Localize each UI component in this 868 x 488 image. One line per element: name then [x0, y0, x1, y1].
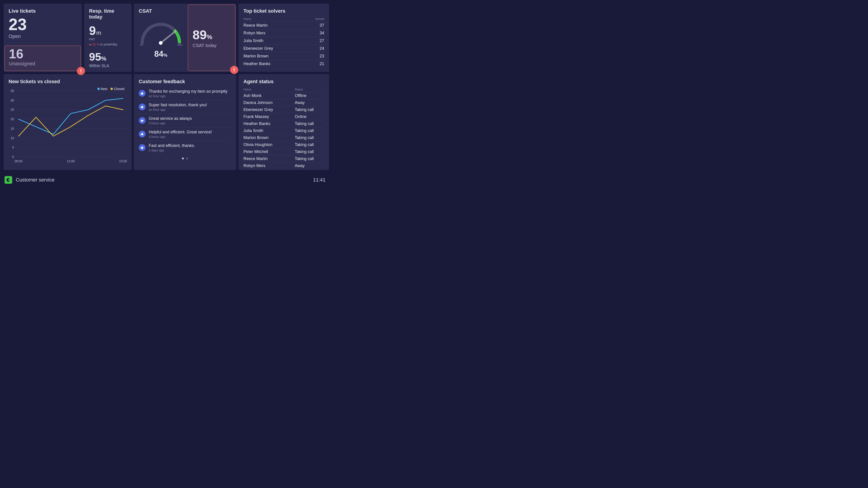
open-tickets-label: Open: [8, 33, 77, 39]
svg-text:12:00: 12:00: [67, 159, 74, 163]
csat-title: CSAT: [139, 8, 183, 14]
svg-line-1: [161, 31, 176, 43]
up-arrow-icon: [89, 43, 91, 45]
gauge-max: 100%: [177, 43, 183, 46]
table-row: Marlon BrownTaking call: [243, 134, 324, 141]
svg-text:25: 25: [10, 108, 14, 112]
frt-value: 9m: [89, 24, 127, 37]
table-row: Olivia HoughtonTaking call: [243, 141, 324, 148]
resp-time-title: Resp. time today: [89, 8, 127, 20]
csat-gauge-value: 84%: [139, 49, 183, 59]
svg-text:0: 0: [12, 155, 14, 159]
live-tickets-title: Live tickets: [8, 8, 77, 14]
table-row: Julia SmithTaking call: [243, 127, 324, 134]
pagination-dots[interactable]: [139, 156, 231, 160]
table-row: Peter MitchellTaking call: [243, 148, 324, 155]
feedback-item: Helpful and efficient. Great service!4 h…: [139, 127, 231, 141]
thumbs-up-icon: [139, 144, 146, 151]
page-dot[interactable]: [186, 157, 188, 159]
feedback-title: Customer feedback: [139, 79, 231, 85]
sla-value: 95%: [89, 51, 127, 63]
csat-gauge: 0% 100%: [139, 20, 183, 48]
alert-icon: !: [77, 67, 85, 75]
feedback-item: Thanks for exchanging my item so promptl…: [139, 87, 231, 100]
frt-label: FRT: [89, 37, 127, 41]
footer-time: 11:41: [313, 177, 326, 183]
table-row: Marlon Brown23: [243, 52, 324, 60]
csat-today-value: 89%: [193, 27, 230, 42]
feedback-item: Great service as always3 hours ago: [139, 114, 231, 127]
svg-text:15: 15: [10, 127, 14, 130]
agent-status-title: Agent status: [243, 79, 324, 85]
csat-card: CSAT 0% 100% 84% 89% CSAT today !: [134, 4, 236, 72]
svg-point-2: [159, 41, 162, 45]
agent-status-card: Agent status Name Status Ash MonkOffline…: [239, 74, 329, 170]
footer-title: Customer service: [16, 177, 55, 183]
svg-text:5: 5: [12, 146, 14, 149]
sla-label: Within SLA: [89, 63, 127, 68]
table-row: Reece MartinTaking call: [243, 155, 324, 162]
unassigned-label: Unassigned: [9, 61, 76, 67]
table-row: Julia Smith27: [243, 37, 324, 44]
table-row: Frank MasseyOnline: [243, 113, 324, 120]
table-row: Heather Banks21: [243, 60, 324, 68]
unassigned-value: 16: [9, 47, 76, 60]
resp-time-card: Resp. time today 9m FRT 11% vs yesterday…: [84, 4, 131, 72]
table-header: Name Status: [243, 87, 324, 92]
svg-text:35: 35: [10, 89, 14, 93]
top-solvers-title: Top ticket solvers: [243, 8, 324, 14]
frt-change: 11% vs yesterday: [89, 42, 127, 46]
table-row: Heather BanksTaking call: [243, 120, 324, 127]
table-row: Robyn MersAway: [243, 162, 324, 169]
footer-bar: Customer service 11:41: [0, 174, 330, 186]
feedback-item: Fast and efficient, thanks.2 days ago: [139, 141, 231, 154]
thumbs-up-icon: [139, 117, 146, 124]
gauge-min: 0%: [140, 43, 143, 46]
thumbs-up-icon: [139, 103, 146, 110]
unassigned-tickets-panel: 16 Unassigned: [4, 45, 81, 71]
svg-text:30: 30: [10, 98, 14, 102]
tickets-chart-card: New tickets vs closed New Closed 0510152…: [4, 74, 131, 170]
table-header: Name Solved: [243, 16, 324, 22]
thumbs-up-icon: [139, 131, 146, 138]
logo-icon: [4, 176, 12, 184]
table-row: Ebeneezer GreyTaking call: [243, 106, 324, 113]
page-dot[interactable]: [182, 157, 184, 159]
top-solvers-card: Top ticket solvers Name Solved Reece Mar…: [239, 4, 329, 72]
csat-today-panel: 89% CSAT today !: [188, 4, 235, 71]
thumbs-up-icon: [139, 90, 146, 97]
table-row: Ash MonkOffline: [243, 92, 324, 99]
feedback-item: Super fast resolution, thank you!an hour…: [139, 100, 231, 114]
svg-text:20: 20: [10, 117, 14, 121]
open-tickets-value: 23: [8, 16, 77, 33]
feedback-card: Customer feedback Thanks for exchanging …: [134, 74, 236, 170]
tickets-chart: New Closed 0510152025303509:0012:0015:00: [8, 87, 127, 165]
live-tickets-card: Live tickets 23 Open 16 Unassigned !: [4, 4, 82, 72]
table-row: Ebeneezer Grey24: [243, 44, 324, 52]
table-row: Danica JohnsonAway: [243, 99, 324, 106]
csat-today-label: CSAT today: [193, 43, 230, 48]
svg-text:10: 10: [10, 136, 14, 140]
tickets-chart-title: New tickets vs closed: [8, 79, 127, 85]
table-row: Reece Martin37: [243, 22, 324, 29]
alert-icon: !: [230, 66, 238, 74]
table-row: Robyn Mers34: [243, 29, 324, 37]
svg-text:09:00: 09:00: [14, 159, 22, 163]
svg-text:15:00: 15:00: [119, 159, 127, 163]
